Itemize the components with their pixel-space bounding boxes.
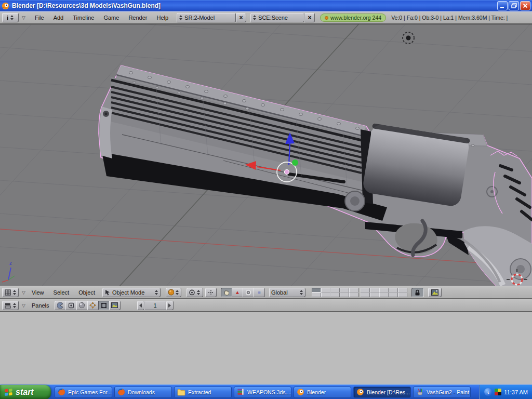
restore-button[interactable] <box>509 1 519 10</box>
pivot-icon <box>189 289 195 296</box>
layer-4[interactable] <box>340 288 349 292</box>
draw-type-selector[interactable] <box>166 288 181 297</box>
screen-close-button[interactable]: × <box>236 13 246 22</box>
pivot-point-selector[interactable] <box>187 288 203 297</box>
frame-prev-button[interactable] <box>137 301 144 310</box>
menu-render[interactable]: Render <box>128 15 147 21</box>
shading-context-button[interactable] <box>76 301 88 310</box>
panels-menu[interactable]: Panels <box>32 302 49 309</box>
frame-number-field[interactable]: 1 <box>144 301 166 310</box>
task-extracted[interactable]: Extracted <box>174 387 232 398</box>
layer-7[interactable] <box>370 288 379 292</box>
layer-8[interactable] <box>379 288 389 292</box>
info-window-icon: i <box>7 14 9 22</box>
dashed-axes-icon <box>208 289 214 296</box>
manipulator-hand-toggle[interactable] <box>221 288 232 297</box>
menu-help[interactable]: Help <box>156 15 168 21</box>
collapse-triangle-icon[interactable]: ▽ <box>22 290 25 295</box>
start-button[interactable]: start <box>0 385 51 399</box>
scene-selector[interactable]: SCE:Scene <box>250 13 304 22</box>
logic-context-button[interactable] <box>55 301 66 310</box>
layer-19[interactable] <box>389 292 398 297</box>
task-paint[interactable]: VashGun2 - Paint <box>413 387 471 398</box>
editor-type-menu[interactable] <box>2 301 19 310</box>
blender-main-header: i ▽ File Add Timeline Game Render Help S… <box>0 11 532 24</box>
menu-select[interactable]: Select <box>54 289 70 296</box>
editing-context-button[interactable] <box>98 301 110 310</box>
mode-selector-value: Object Mode <box>112 289 144 296</box>
stepper-icon <box>12 289 17 296</box>
editor-type-menu[interactable] <box>2 288 19 297</box>
menu-timeline[interactable]: Timeline <box>73 15 94 21</box>
layer-9[interactable] <box>389 288 398 292</box>
collapse-triangle-icon[interactable]: ▽ <box>22 303 25 308</box>
screen-selector[interactable]: SR:2-Model <box>177 13 236 22</box>
layer-3[interactable] <box>330 288 340 292</box>
view3d-header: ▽ View Select Object Object Mode ▲ <box>0 286 532 299</box>
tray-collapse-icon[interactable]: ‹ <box>484 388 492 396</box>
layer-10[interactable] <box>398 288 407 292</box>
lock-layers-toggle[interactable] <box>411 288 424 297</box>
layer-14[interactable] <box>340 292 349 297</box>
menu-add[interactable]: Add <box>54 15 64 21</box>
manipulator-y-handle <box>292 159 298 166</box>
scene-context-button[interactable] <box>109 301 121 310</box>
layer-17[interactable] <box>370 292 379 297</box>
task-blender[interactable]: Blender <box>294 387 351 398</box>
blender-version-badge: www.blender.org 244 <box>320 14 386 22</box>
render-preview-button[interactable] <box>428 288 442 297</box>
tray-display-icon[interactable] <box>495 389 501 395</box>
layer-16[interactable] <box>361 292 370 297</box>
image-icon <box>431 289 438 296</box>
blender-icon <box>297 388 304 396</box>
layer-11[interactable] <box>312 292 321 297</box>
task-weapons-archive[interactable]: WEAPONS.3ds.... <box>234 387 291 398</box>
close-button[interactable] <box>520 1 530 10</box>
orientation-selector[interactable]: Global <box>269 288 305 297</box>
buttons-window-body[interactable] <box>0 312 532 384</box>
layer-6[interactable] <box>361 288 370 292</box>
blender-app-icon <box>2 2 9 10</box>
clock: 11:37 AM <box>504 389 528 395</box>
taskbar: start Epic Games For... Downloads Extrac… <box>0 384 532 399</box>
menu-game[interactable]: Game <box>103 15 119 21</box>
object-context-button[interactable] <box>87 301 99 310</box>
layer-5[interactable] <box>349 288 358 292</box>
task-label: WEAPONS.3ds.... <box>247 389 291 395</box>
manipulator-translate-toggle[interactable]: ▲ <box>232 288 243 297</box>
script-context-button[interactable] <box>65 301 77 310</box>
manipulator-rotate-toggle[interactable] <box>243 288 254 297</box>
scene-close-button[interactable]: × <box>304 13 315 22</box>
layer-13[interactable] <box>330 292 340 297</box>
frame-next-button[interactable] <box>166 301 174 310</box>
layer-18[interactable] <box>379 292 389 297</box>
orientation-value: Global <box>271 289 288 296</box>
task-downloads[interactable]: Downloads <box>114 387 172 398</box>
layer-15[interactable] <box>349 292 358 297</box>
minimize-button[interactable] <box>497 1 508 10</box>
task-label: Downloads <box>128 389 155 395</box>
layer-1[interactable] <box>312 288 321 292</box>
view-axis-indicator: z <box>2 260 15 282</box>
layer-2[interactable] <box>321 288 330 292</box>
window-titlebar: Blender [D:\Resources\3d Models\VashGun.… <box>0 0 532 11</box>
task-blender-vashgun[interactable]: Blender [D:\Res... <box>353 387 411 398</box>
manipulator-widget-toggle[interactable] <box>205 288 217 297</box>
collapse-triangle-icon[interactable]: ▽ <box>22 15 25 20</box>
task-epic-games[interactable]: Epic Games For... <box>55 387 112 398</box>
task-label: Epic Games For... <box>68 389 112 395</box>
window-type-menu[interactable]: i <box>2 13 19 22</box>
menu-file[interactable]: File <box>35 15 44 21</box>
viewport-canvas[interactable]: z <box>0 24 532 286</box>
manipulator-scale-toggle[interactable]: ■ <box>254 288 265 297</box>
layer-20[interactable] <box>398 292 407 297</box>
menu-view[interactable]: View <box>32 289 44 296</box>
layer-12[interactable] <box>321 292 330 297</box>
viewport-3d[interactable]: z <box>0 24 532 286</box>
lamp-object[interactable] <box>403 32 414 44</box>
menu-object[interactable]: Object <box>78 289 95 296</box>
gun-model[interactable] <box>99 65 532 286</box>
stepper-icon <box>179 14 183 21</box>
screen-selector-value: SR:2-Model <box>184 15 215 21</box>
mode-selector[interactable]: Object Mode <box>102 288 161 297</box>
